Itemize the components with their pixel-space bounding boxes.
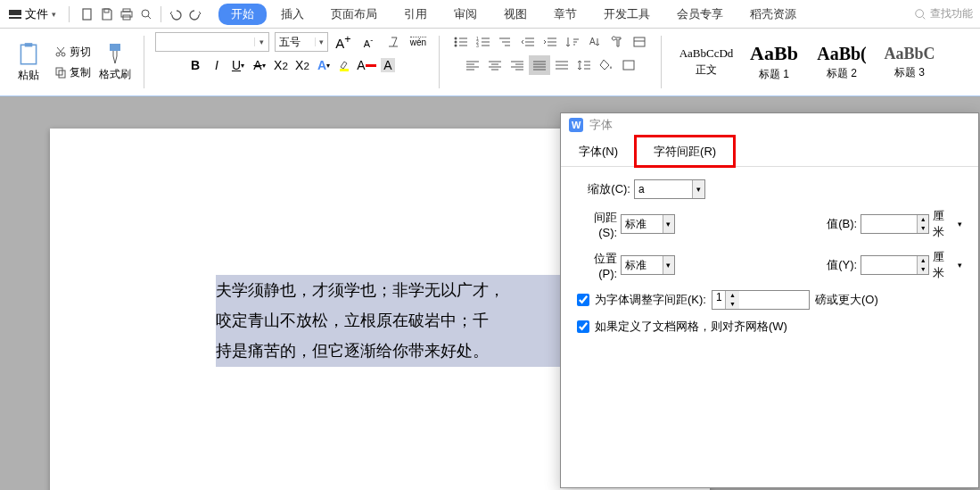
selected-text[interactable]: 夫学须静也，才须学也；非学无以广才， 咬定青山不放松，立根原在破岩中；千 持是痛… bbox=[216, 275, 608, 367]
highlight-button[interactable] bbox=[335, 55, 355, 75]
save-icon[interactable] bbox=[98, 5, 116, 23]
text-line: 夫学须静也，才须学也；非学无以广才， bbox=[216, 275, 608, 305]
redo-icon[interactable] bbox=[186, 5, 204, 23]
text-direction-button[interactable]: A bbox=[584, 32, 605, 52]
kerning-checkbox[interactable] bbox=[577, 294, 589, 306]
chevron-down-icon[interactable]: ▾ bbox=[315, 37, 327, 46]
spacing-input[interactable] bbox=[622, 215, 662, 233]
spacing-value-input[interactable] bbox=[861, 215, 917, 233]
phonetic-guide-button[interactable]: wén bbox=[408, 32, 428, 52]
position-value-spin[interactable]: ▲▼ bbox=[861, 255, 929, 275]
tab-view[interactable]: 视图 bbox=[491, 3, 539, 26]
underline-button[interactable]: U▾ bbox=[228, 55, 248, 75]
tab-start[interactable]: 开始 bbox=[218, 4, 267, 25]
italic-button[interactable]: I bbox=[207, 55, 226, 75]
position-val-label: 值(Y): bbox=[821, 257, 857, 273]
tab-member[interactable]: 会员专享 bbox=[664, 3, 736, 26]
align-justify-button[interactable] bbox=[529, 55, 550, 75]
font-name-combo[interactable]: ▾ bbox=[155, 32, 269, 52]
grow-font-button[interactable]: A+ bbox=[334, 32, 353, 52]
tab-chapter[interactable]: 章节 bbox=[541, 3, 589, 26]
paste-button[interactable]: 粘贴 bbox=[9, 41, 48, 83]
font-color-button[interactable]: A bbox=[357, 55, 376, 75]
tab-review[interactable]: 审阅 bbox=[441, 3, 490, 26]
align-right-button[interactable] bbox=[506, 55, 528, 75]
shrink-font-button[interactable]: A- bbox=[358, 32, 378, 52]
multilevel-list-button[interactable] bbox=[495, 32, 516, 52]
print-icon[interactable] bbox=[118, 5, 136, 23]
spin-down-icon[interactable]: ▼ bbox=[918, 265, 928, 274]
spacing-value-spin[interactable]: ▲▼ bbox=[861, 214, 929, 234]
font-size-combo[interactable]: ▾ bbox=[275, 32, 328, 52]
sort-button[interactable] bbox=[562, 32, 583, 52]
spacing-combo[interactable]: ▾ bbox=[621, 214, 675, 234]
font-name-input[interactable] bbox=[156, 36, 254, 48]
style-normal[interactable]: AaBbCcDd 正文 bbox=[672, 46, 740, 78]
file-menu[interactable]: 文件 ▾ bbox=[0, 0, 65, 28]
print-preview-icon[interactable] bbox=[137, 5, 155, 23]
spin-up-icon[interactable]: ▲ bbox=[918, 256, 928, 265]
align-left-button[interactable] bbox=[462, 55, 483, 75]
text-effects-button[interactable]: A▾ bbox=[314, 55, 334, 75]
tab-references[interactable]: 引用 bbox=[391, 3, 440, 26]
show-hide-button[interactable] bbox=[629, 32, 650, 52]
search-box[interactable]: 查找功能 bbox=[914, 6, 980, 21]
scale-combo[interactable]: ▾ bbox=[634, 179, 705, 199]
position-combo[interactable]: ▾ bbox=[621, 255, 675, 275]
tab-font[interactable]: 字体(N) bbox=[561, 137, 636, 166]
tab-resources[interactable]: 稻壳资源 bbox=[737, 3, 809, 26]
format-painter-button[interactable]: 格式刷 bbox=[97, 42, 133, 82]
bold-button[interactable]: B bbox=[185, 55, 205, 75]
shading-button[interactable] bbox=[596, 55, 617, 75]
svg-text:W: W bbox=[572, 120, 581, 130]
distribute-button[interactable] bbox=[551, 55, 572, 75]
tab-page-layout[interactable]: 页面布局 bbox=[318, 3, 390, 26]
copy-button[interactable]: 复制 bbox=[52, 63, 94, 82]
grid-align-checkbox[interactable] bbox=[577, 320, 589, 333]
numbering-button[interactable]: 123 bbox=[473, 32, 494, 52]
svg-point-6 bbox=[916, 9, 924, 17]
clear-format-button[interactable] bbox=[383, 32, 403, 52]
superscript-button[interactable]: X2 bbox=[271, 55, 291, 75]
borders-button[interactable] bbox=[618, 55, 639, 75]
style-heading2[interactable]: AaBb( 标题 2 bbox=[808, 44, 876, 81]
tab-developer[interactable]: 开发工具 bbox=[591, 3, 663, 26]
position-input[interactable] bbox=[622, 256, 662, 274]
spin-up-icon[interactable]: ▲ bbox=[918, 215, 928, 224]
style-heading1[interactable]: AaBb 标题 1 bbox=[740, 42, 808, 82]
svg-rect-7 bbox=[21, 45, 36, 63]
position-unit: 厘米 bbox=[933, 249, 954, 281]
line-spacing-button[interactable] bbox=[573, 55, 595, 75]
text-line: 持是痛苦的，但它逐渐给你带来好处。 bbox=[216, 336, 608, 366]
kerning-input[interactable] bbox=[712, 291, 725, 303]
font-size-input[interactable] bbox=[276, 36, 315, 48]
chevron-down-icon[interactable]: ▾ bbox=[663, 215, 674, 233]
tab-char-spacing[interactable]: 字符间距(R) bbox=[636, 137, 734, 166]
bullets-button[interactable] bbox=[450, 32, 472, 52]
paragraph-mark-button[interactable] bbox=[606, 32, 628, 52]
align-center-button[interactable] bbox=[484, 55, 506, 75]
chevron-down-icon[interactable]: ▾ bbox=[663, 256, 674, 274]
paste-label: 粘贴 bbox=[18, 68, 39, 83]
position-value-input[interactable] bbox=[861, 256, 917, 274]
new-doc-icon[interactable] bbox=[78, 5, 96, 23]
subscript-button[interactable]: X2 bbox=[292, 55, 312, 75]
style-heading3[interactable]: AaBbC 标题 3 bbox=[876, 45, 943, 80]
cut-button[interactable]: 剪切 bbox=[52, 43, 94, 62]
chevron-down-icon[interactable]: ▾ bbox=[254, 37, 268, 46]
kerning-spin[interactable]: ▲▼ bbox=[712, 290, 810, 310]
spin-down-icon[interactable]: ▼ bbox=[918, 224, 928, 233]
menu-bar: 文件 ▾ 开始 插入 页面布局 引用 审阅 视图 章节 开发工具 会员专享 稻壳… bbox=[0, 0, 980, 29]
spin-down-icon[interactable]: ▼ bbox=[726, 300, 739, 309]
scale-input[interactable] bbox=[635, 180, 692, 198]
decrease-indent-button[interactable] bbox=[517, 32, 539, 52]
undo-icon[interactable] bbox=[167, 5, 185, 23]
tab-insert[interactable]: 插入 bbox=[268, 3, 317, 26]
strikethrough-button[interactable]: A▾ bbox=[250, 55, 269, 75]
character-shading-button[interactable]: A bbox=[378, 55, 398, 75]
spin-up-icon[interactable]: ▲ bbox=[726, 291, 739, 300]
svg-rect-0 bbox=[83, 9, 91, 20]
chevron-down-icon[interactable]: ▾ bbox=[692, 180, 704, 198]
dialog-titlebar[interactable]: W 字体 bbox=[561, 113, 978, 137]
increase-indent-button[interactable] bbox=[539, 32, 561, 52]
